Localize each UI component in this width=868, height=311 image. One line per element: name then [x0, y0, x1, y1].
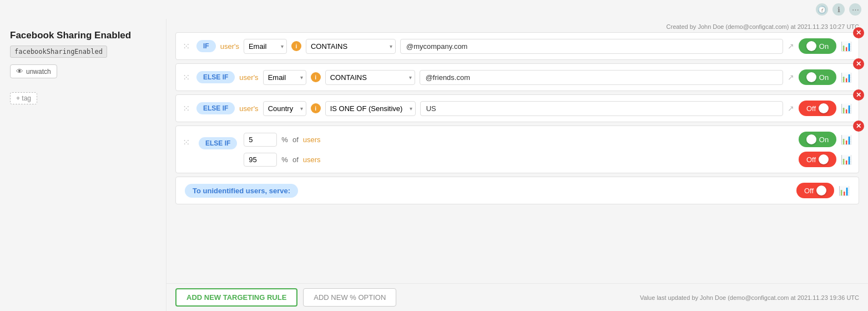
chart-icon-4a[interactable]: 📊 — [841, 134, 852, 145]
left-panel: Facebook Sharing Enabled facebookSharing… — [0, 19, 166, 311]
info-icon[interactable]: ℹ — [832, 3, 845, 16]
history-icon[interactable]: 🕜 — [816, 3, 828, 16]
unwatch-icon: 👁︎ — [16, 67, 23, 76]
feature-title: Facebook Sharing Enabled — [10, 30, 156, 41]
toggle-4a[interactable]: On — [799, 132, 836, 147]
add-targeting-rule-button[interactable]: ADD NEW TARGETING RULE — [175, 288, 297, 307]
pct-symbol-b: % — [281, 156, 288, 164]
toggle-label-4a: On — [819, 136, 829, 144]
users-label-b: users — [303, 156, 321, 164]
users-label-a: users — [303, 136, 321, 144]
toggle-1[interactable]: On — [799, 38, 836, 54]
value-input-2[interactable] — [420, 70, 783, 85]
user-label-2: user's — [239, 73, 258, 82]
drag-handle-2[interactable]: ⁙ — [183, 72, 190, 83]
toggle-3[interactable]: Off — [799, 101, 836, 116]
close-rule-2-button[interactable]: ✕ — [853, 58, 864, 69]
toggle-label-unidentified: Off — [804, 187, 814, 195]
rules-area: ✕ ⁙ IF user's Email Country i CONTAINS — [166, 32, 868, 283]
edit-icon-2[interactable]: ↗ — [788, 73, 794, 82]
feature-key: facebookSharingEnabled — [10, 46, 107, 58]
info-badge-3: i — [311, 103, 321, 113]
unidentified-label: To unidentified users, serve: — [185, 184, 298, 198]
add-tag-button[interactable]: + tag — [10, 92, 37, 104]
bottom-bar: ADD NEW TARGETING RULE ADD NEW % OPTION … — [166, 283, 868, 311]
close-rule-1-button[interactable]: ✕ — [853, 27, 864, 38]
operator-select-1[interactable]: CONTAINS DOES NOT CONTAIN — [306, 39, 396, 54]
attribute-select-3[interactable]: Country Email — [263, 101, 306, 116]
elseif-badge-2: ELSE IF — [196, 71, 235, 83]
chart-icon-1[interactable]: 📊 — [841, 41, 852, 52]
tag-label: + tag — [16, 94, 31, 102]
user-label-3: user's — [239, 104, 258, 113]
add-rule-label: ADD NEW TARGETING RULE — [186, 293, 286, 302]
toggle-label-1: On — [819, 42, 829, 51]
add-pct-label: ADD NEW % OPTION — [314, 293, 386, 302]
toggle-2[interactable]: On — [799, 69, 836, 85]
pct-symbol-a: % — [281, 136, 288, 144]
chart-icon-4b[interactable]: 📊 — [841, 154, 852, 165]
add-pct-option-button[interactable]: ADD NEW % OPTION — [303, 288, 396, 307]
chart-icon-3[interactable]: 📊 — [841, 103, 852, 114]
attribute-select-1[interactable]: Email Country — [244, 39, 287, 54]
pct-input-b[interactable] — [244, 153, 277, 167]
rule-row-4: ✕ ⁙ ELSE IF % of users — [175, 126, 859, 173]
edit-icon-3[interactable]: ↗ — [788, 104, 794, 113]
unwatch-button[interactable]: 👁︎ unwatch — [10, 64, 57, 78]
close-rule-3-button[interactable]: ✕ — [853, 89, 864, 101]
info-badge-2: i — [311, 72, 321, 82]
info-badge-1: i — [291, 41, 301, 51]
value-input-3[interactable] — [420, 101, 783, 116]
chart-icon-2[interactable]: 📊 — [841, 72, 852, 83]
elseif-badge-3: ELSE IF — [196, 102, 235, 114]
created-info: Created by John Doe (demo@configcat.com)… — [166, 19, 868, 32]
toggle-unidentified[interactable]: Off — [796, 183, 834, 198]
operator-select-3[interactable]: IS ONE OF (Sensitive) CONTAINS — [325, 101, 416, 116]
unwatch-label: unwatch — [26, 68, 51, 76]
toggle-label-4b: Off — [806, 156, 816, 164]
of-label-a: of — [292, 136, 299, 144]
last-updated-info: Value last updated by John Doe (demo@con… — [640, 294, 859, 301]
edit-icon-1[interactable]: ↗ — [788, 42, 794, 51]
user-label: user's — [220, 42, 239, 51]
pct-row-b: % of users Off 📊 — [244, 152, 852, 167]
of-label-b: of — [292, 156, 299, 164]
elseif-badge-4: ELSE IF — [199, 137, 237, 149]
pct-row-a: % of users On 📊 — [244, 132, 852, 147]
operator-select-2[interactable]: CONTAINS DOES NOT CONTAIN — [325, 70, 415, 85]
rule-row: ✕ ⁙ IF user's Email Country i CONTAINS — [175, 32, 859, 60]
drag-handle-4[interactable]: ⁙ — [183, 137, 190, 148]
drag-handle[interactable]: ⁙ — [183, 41, 190, 52]
rule-row-3: ✕ ⁙ ELSE IF user's Country Email i IS ON… — [175, 94, 859, 122]
toggle-label-2: On — [819, 73, 829, 82]
rule-row-2: ✕ ⁙ ELSE IF user's Email Country i CONTA… — [175, 63, 859, 91]
attribute-select-2[interactable]: Email Country — [263, 70, 306, 85]
pct-input-a[interactable] — [244, 133, 277, 147]
close-rule-4-button[interactable]: ✕ — [853, 121, 864, 132]
unidentified-row: To unidentified users, serve: Off 📊 — [175, 177, 859, 204]
drag-handle-3[interactable]: ⁙ — [183, 103, 190, 114]
toggle-label-3: Off — [806, 104, 816, 113]
toggle-4b[interactable]: Off — [799, 152, 836, 167]
chart-icon-unidentified[interactable]: 📊 — [839, 185, 850, 196]
value-input-1[interactable] — [400, 39, 783, 54]
more-icon[interactable]: ⋯ — [849, 3, 861, 16]
if-badge: IF — [196, 40, 216, 52]
page-wrapper: 🕜 ℹ ⋯ Facebook Sharing Enabled facebookS… — [0, 0, 868, 311]
